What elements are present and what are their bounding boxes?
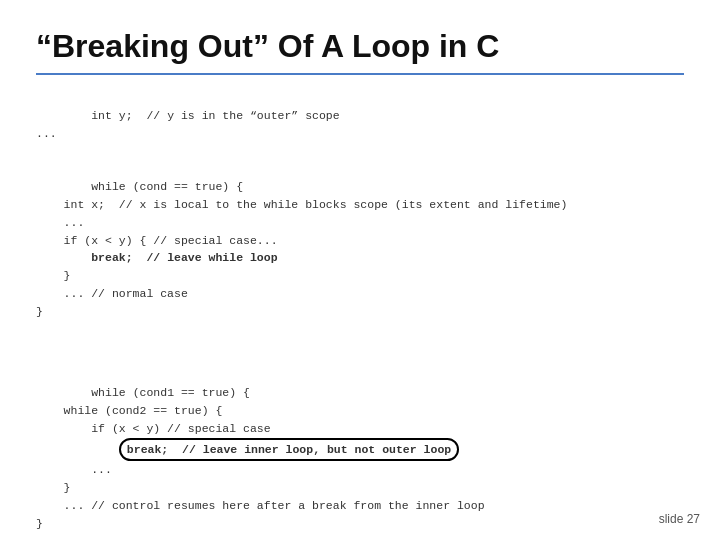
slide-title: “Breaking Out” Of A Loop in C (36, 28, 684, 65)
code-break-line: break; // leave while loop (91, 251, 277, 264)
slide: “Breaking Out” Of A Loop in C int y; // … (0, 0, 720, 540)
slide-number: slide 27 (659, 512, 700, 526)
code-line: int y; // y is in the “outer” scope ... (36, 109, 340, 140)
code-break-highlight: break; // leave inner loop, but not oute… (119, 438, 459, 462)
code-block-1: int y; // y is in the “outer” scope ... … (36, 89, 684, 338)
spacer (36, 356, 684, 366)
code-block-2: while (cond1 == true) { while (cond2 == … (36, 366, 684, 540)
code-area: int y; // y is in the “outer” scope ... … (36, 89, 684, 540)
title-underline (36, 73, 684, 75)
code-line: ... } ... // control resumes here after … (36, 463, 485, 529)
code-line: } ... // normal case } (36, 269, 188, 318)
code-section-2: while (cond1 == true) { while (cond2 == … (36, 366, 684, 540)
code-section-1: int y; // y is in the “outer” scope ... … (36, 89, 684, 338)
